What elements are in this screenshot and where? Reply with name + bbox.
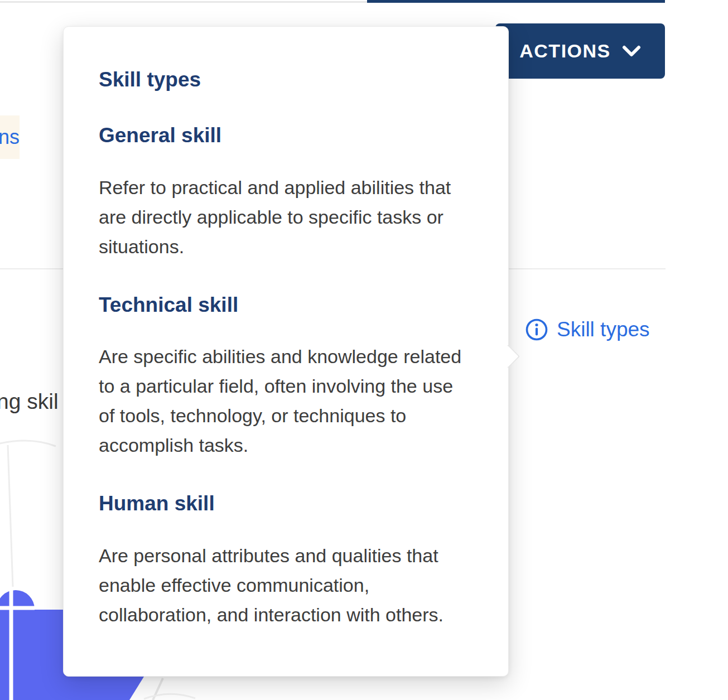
popover-section-technical: Technical skill Are specific abilities a… [99,293,475,461]
info-icon [525,318,548,341]
chevron-down-icon [622,45,641,57]
chart-grid-arc-lower [144,694,195,699]
skill-types-trigger-label: Skill types [557,318,650,341]
skill-types-trigger[interactable]: Skill types [525,316,650,344]
chart-grid-spoke-lower [153,678,163,700]
left-edge-chip-label: ns [0,125,20,149]
chart-title-partial: ng skil [0,389,59,414]
section-body: Are specific abilities and knowledge rel… [99,342,475,460]
popover-section-general: General skill Refer to practical and app… [99,123,475,261]
section-heading: Technical skill [99,293,475,317]
popover-title: Skill types [99,67,475,92]
section-heading: Human skill [99,491,475,516]
popover-section-human: Human skill Are personal attributes and … [99,491,475,629]
actions-button[interactable]: ACTIONS [495,23,665,79]
skill-types-popover: Skill types General skill Refer to pract… [63,26,509,677]
left-edge-chip[interactable]: ns [0,115,20,159]
section-body: Refer to practical and applied abilities… [99,173,475,262]
section-heading: General skill [99,123,475,148]
cutoff-primary-button[interactable] [367,0,665,3]
screen: ACTIONS ns Skill types ng skil Skill typ… [0,0,728,700]
actions-button-label: ACTIONS [519,40,611,62]
header-bottom-border [0,1,367,3]
section-body: Are personal attributes and qualities th… [99,541,475,630]
chart-grid-spoke [8,445,13,587]
